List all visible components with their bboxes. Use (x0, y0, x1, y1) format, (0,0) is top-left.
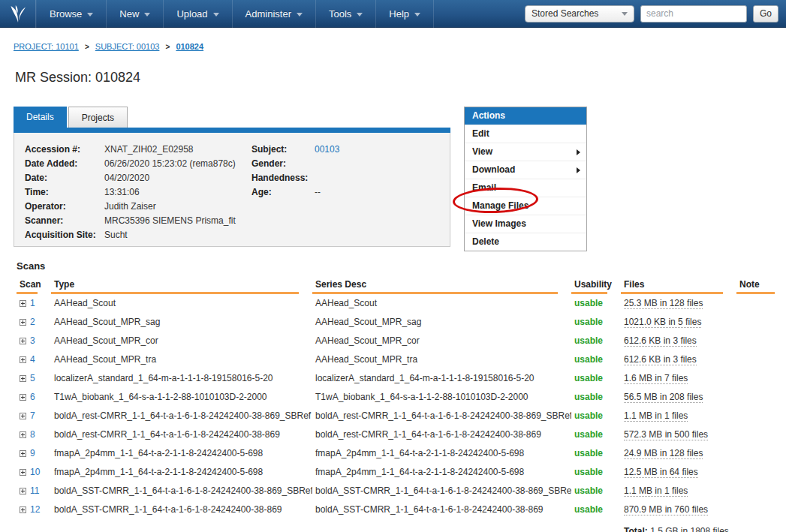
note-cell (736, 294, 776, 313)
files-size-link[interactable]: 1021.0 KB in 5 files (624, 317, 701, 328)
expand-plus-icon[interactable] (20, 319, 26, 326)
expand-plus-icon[interactable] (20, 450, 26, 457)
nav-menu-label: Administer (245, 8, 291, 20)
expand-plus-icon[interactable] (20, 338, 26, 344)
scan-number-link[interactable]: 6 (30, 392, 35, 402)
scan-number-link[interactable]: 11 (30, 485, 39, 496)
scan-number-link[interactable]: 12 (30, 504, 40, 515)
stored-searches-select[interactable]: Stored Searches (525, 5, 634, 23)
series-desc-cell: AAHead_Scout_MPR_sag (312, 313, 571, 332)
files-size-link[interactable]: 870.9 MB in 760 files (624, 504, 708, 515)
expand-plus-icon[interactable] (20, 469, 26, 476)
action-download[interactable]: Download (465, 161, 586, 179)
files-size-link[interactable]: 612.6 KB in 3 files (624, 335, 697, 347)
xnat-logo[interactable] (0, 0, 36, 28)
scan-number-link[interactable]: 2 (30, 317, 35, 327)
tab-projects[interactable]: Projects (68, 107, 128, 128)
tab-details[interactable]: Details (14, 107, 67, 128)
series-desc-cell: AAHead_Scout_MPR_tra (312, 350, 571, 369)
xnat-logo-icon (8, 4, 28, 23)
files-size-link[interactable]: 56.5 MB in 208 files (624, 392, 703, 403)
nav-menu-new[interactable]: New (107, 0, 164, 28)
files-size-link[interactable]: 572.3 MB in 500 files (624, 429, 708, 440)
scan-number-link[interactable]: 9 (30, 448, 35, 458)
nav-menu-administer[interactable]: Administer (233, 0, 316, 28)
files-size-link[interactable]: 24.9 MB in 128 files (624, 448, 703, 459)
tab-active-strip (14, 128, 450, 133)
scan-number-link[interactable]: 1 (30, 298, 35, 308)
files-cell: 870.9 MB in 760 files (621, 500, 736, 519)
action-download-label: Download (472, 164, 515, 175)
files-cell: 24.9 MB in 128 files (621, 444, 736, 463)
action-view-images[interactable]: View Images (465, 215, 586, 233)
type-cell: AAHead_Scout_MPR_cor (51, 332, 312, 350)
usability-badge: usable (574, 467, 603, 477)
table-row: 10 fmapA_2p4mm_1-1_64-t-a-2-1-1-8-242424… (17, 463, 776, 482)
action-view[interactable]: View (465, 143, 586, 161)
files-size-link[interactable]: 1.1 MB in 1 files (624, 410, 688, 422)
usability-badge: usable (574, 317, 603, 327)
submenu-arrow-icon (577, 149, 580, 155)
nav-menu-tools[interactable]: Tools (316, 0, 376, 28)
usability-cell: usable (571, 388, 621, 407)
breadcrumb-session-link[interactable]: 010824 (176, 42, 203, 51)
files-size-link[interactable]: 612.6 KB in 3 files (624, 354, 697, 365)
expand-plus-icon[interactable] (20, 431, 26, 438)
expand-plus-icon[interactable] (20, 488, 26, 494)
expand-plus-icon[interactable] (20, 394, 26, 401)
type-cell: AAHead_Scout (51, 294, 312, 313)
series-desc-cell: fmapA_2p4mm_1-1_64-t-a-2-1-1-8-24242400-… (312, 463, 571, 482)
usability-badge: usable (574, 392, 603, 402)
expand-plus-icon[interactable] (20, 413, 26, 419)
table-row: 5 localizerA_standard_1_64-m-a-1-1-1-8-1… (17, 369, 776, 388)
action-edit[interactable]: Edit (465, 125, 586, 143)
files-size-link[interactable]: 1.6 MB in 7 files (624, 373, 688, 384)
scan-number-link[interactable]: 8 (30, 429, 35, 440)
chevron-down-icon (297, 13, 303, 17)
column-header-usability: Usability (571, 275, 621, 294)
action-manage-files[interactable]: Manage Files (465, 197, 586, 215)
detail-label: Acquisition Site: (25, 228, 104, 242)
submenu-arrow-icon (577, 167, 580, 173)
expand-plus-icon[interactable] (20, 300, 26, 307)
scan-cell: 12 (17, 500, 51, 519)
expand-plus-icon[interactable] (20, 506, 26, 513)
expand-plus-icon[interactable] (20, 375, 26, 382)
note-cell (736, 313, 776, 332)
series-desc-cell: fmapA_2p4mm_1-1_64-t-a-2-1-1-8-24242400-… (312, 444, 571, 463)
detail-value: MRC35396 SIEMENS Prisma_fit (104, 214, 236, 228)
nav-menu-label: Browse (50, 8, 82, 20)
scan-number-link[interactable]: 4 (30, 354, 35, 365)
detail-label: Handedness: (251, 171, 315, 185)
nav-menu-label: Tools (329, 8, 351, 20)
files-size-link[interactable]: 12.5 MB in 64 files (624, 467, 698, 478)
detail-value: Sucht (104, 228, 128, 242)
breadcrumb-subject-link[interactable]: SUBJECT: 00103 (95, 42, 160, 51)
note-cell (736, 369, 776, 388)
nav-menu-browse[interactable]: Browse (36, 0, 107, 28)
scan-cell: 7 (17, 407, 51, 425)
table-row: 9 fmapA_2p4mm_1-1_64-t-a-2-1-1-8-2424240… (17, 444, 776, 463)
table-row: 1 AAHead_Scout AAHead_Scout usable 25.3 … (17, 294, 776, 313)
scan-number-link[interactable]: 10 (30, 467, 40, 477)
action-email[interactable]: Email (465, 179, 586, 197)
scan-number-link[interactable]: 5 (30, 373, 35, 383)
nav-menu-upload[interactable]: Upload (164, 0, 232, 28)
subject-link[interactable]: 00103 (315, 143, 339, 157)
files-size-link[interactable]: 1.1 MB in 1 files (624, 485, 688, 497)
search-input[interactable] (640, 5, 747, 23)
type-cell: fmapA_2p4mm_1-1_64-t-a-2-1-1-8-24242400-… (51, 444, 312, 463)
files-cell: 1.1 MB in 1 files (621, 407, 736, 425)
scan-number-link[interactable]: 7 (30, 410, 35, 421)
expand-plus-icon[interactable] (20, 356, 26, 363)
usability-cell: usable (571, 407, 621, 425)
go-button[interactable]: Go (753, 5, 778, 23)
detail-row-accession: Accession #: XNAT_ZIH02_E02958 (25, 143, 251, 157)
detail-label: Operator: (25, 200, 104, 214)
scan-number-link[interactable]: 3 (30, 335, 35, 346)
files-size-link[interactable]: 25.3 MB in 128 files (624, 298, 703, 309)
usability-cell: usable (571, 294, 621, 313)
breadcrumb-project-link[interactable]: PROJECT: 10101 (14, 42, 79, 51)
nav-menu-help[interactable]: Help (376, 0, 434, 28)
action-delete[interactable]: Delete (465, 233, 586, 251)
